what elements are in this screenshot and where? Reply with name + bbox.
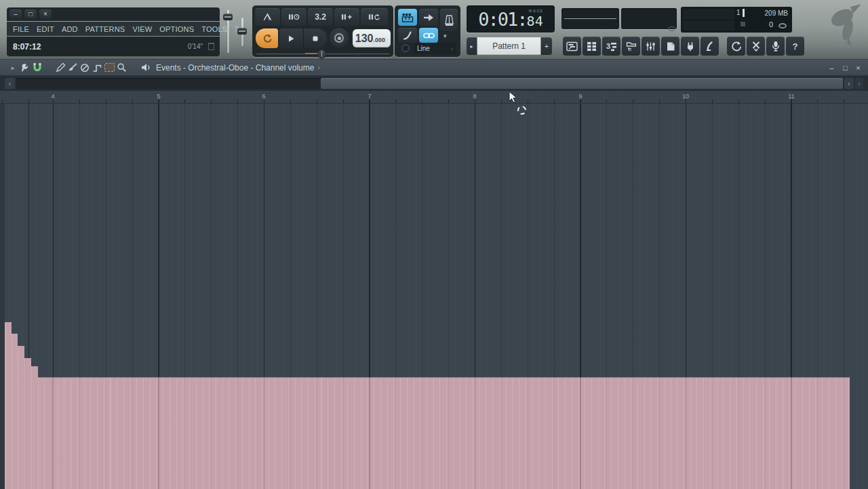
browser-button[interactable] (622, 37, 640, 56)
interpolate-tool-icon[interactable] (91, 62, 103, 74)
app-maximize-button[interactable]: □ (24, 9, 37, 19)
piano-roll-icon: 3 (606, 41, 617, 52)
svg-text:3: 3 (606, 42, 610, 50)
touch-controller-button[interactable] (701, 37, 719, 56)
scrollbar-thumb[interactable] (321, 78, 843, 89)
editor-close-button[interactable]: × (852, 62, 864, 73)
headphone-icon (401, 44, 410, 52)
timeline-ruler[interactable]: 4 5 6 7 8 9 10 11 (0, 91, 868, 104)
scroll-left-button[interactable]: ‹ (5, 78, 15, 89)
event-editor-window: ▸ Events - Orchestral-Oboe - Channel vol… (0, 60, 868, 489)
playlist-button[interactable] (563, 37, 581, 56)
zoom-tool-icon[interactable] (115, 62, 127, 74)
target-speaker-icon[interactable] (140, 62, 152, 74)
play-icon (287, 35, 295, 43)
edison-record-button[interactable] (766, 37, 785, 56)
editor-title-chevron[interactable]: › (317, 64, 319, 71)
channel-volume-event-graph[interactable] (5, 322, 850, 489)
step-edit-button[interactable] (419, 9, 438, 26)
master-pitch-slider[interactable] (237, 18, 247, 46)
menu-edit[interactable]: EDIT (37, 25, 54, 33)
wait-for-input-button[interactable] (281, 8, 307, 26)
time-centiseconds: 84 (527, 13, 543, 29)
editor-minimize-button[interactable]: – (826, 62, 837, 73)
metronome-dropdown-caret[interactable]: ▾ (443, 33, 447, 39)
memory-usage: 209 MB (765, 9, 788, 17)
menu-view[interactable]: VIEW (132, 25, 152, 33)
help-button[interactable]: ? (786, 37, 804, 56)
tempo-display[interactable]: 130.000: (353, 29, 391, 47)
master-volume-slider[interactable] (223, 9, 233, 53)
stop-button[interactable] (303, 28, 328, 48)
channel-rack-icon (587, 41, 597, 52)
tempo-spinner[interactable]: : (387, 37, 388, 43)
shuttle-slider[interactable] (256, 52, 389, 56)
menu-add[interactable]: ADD (62, 25, 78, 33)
loop-mode-icon (262, 33, 273, 44)
countdown-button[interactable]: 3.2 (308, 8, 333, 26)
play-button[interactable] (279, 28, 303, 48)
time-panel: 8:07:12 0'14" (7, 37, 220, 56)
menu-bar: FILE EDIT ADD PATTERNS VIEW OPTIONS TOOL… (7, 22, 220, 36)
app-close-button[interactable]: × (39, 9, 52, 19)
metronome-button[interactable] (440, 9, 458, 31)
select-tool-icon[interactable] (103, 62, 115, 74)
overdub-button[interactable] (334, 8, 359, 26)
arrow-right-icon (423, 14, 434, 22)
memory-graph (683, 20, 734, 31)
plug-icon (686, 41, 695, 52)
editor-maximize-button[interactable]: □ (840, 62, 851, 73)
scroll-right-button[interactable]: › (844, 78, 854, 89)
song-length: 0'14" (188, 43, 203, 50)
multilink-controllers-button[interactable] (419, 28, 438, 43)
session-time: 8:07:12 (13, 42, 41, 52)
time-display[interactable]: 0:01: 84 M:S:CS (467, 5, 555, 33)
input-selector-label: Line (417, 45, 430, 52)
cpu-box-icon (741, 22, 745, 26)
editor-title: Events - Orchestral-Oboe - Channel volum… (156, 63, 314, 73)
editor-menu-caret[interactable]: ▸ (7, 62, 19, 74)
mixer-button[interactable] (642, 37, 660, 56)
paint-brush-icon[interactable] (66, 62, 79, 74)
typing-keyboard-to-piano-button[interactable] (398, 9, 417, 26)
cut-tool-button[interactable] (747, 37, 765, 56)
song-loop-mode-button[interactable] (256, 28, 278, 48)
cpu-graph (683, 9, 734, 19)
event-editor-titlebar[interactable]: ▸ Events - Orchestral-Oboe - Channel vol… (0, 60, 868, 76)
menu-patterns[interactable]: PATTERNS (85, 25, 125, 33)
menu-file[interactable]: FILE (13, 25, 29, 33)
piano-roll-button[interactable]: 3 (602, 37, 620, 56)
countdown-label: 3.2 (315, 12, 326, 22)
menu-options[interactable]: OPTIONS (159, 25, 194, 33)
record-button[interactable] (330, 28, 349, 47)
tap-tempo-button[interactable] (255, 8, 280, 26)
event-grid[interactable] (0, 104, 868, 489)
scope-oval-icon (668, 26, 675, 31)
link-icon (423, 32, 435, 39)
bin-icon (208, 43, 214, 50)
shuttle-knob[interactable] (317, 50, 326, 58)
plugin-picker-button[interactable] (681, 37, 699, 56)
loop-record-button[interactable] (361, 8, 388, 26)
bar-number: 8 (473, 93, 476, 100)
pattern-add-button[interactable]: + (541, 37, 552, 55)
event-graph-top-edge (38, 377, 850, 378)
sync-button[interactable] (727, 37, 745, 56)
app-minimize-button[interactable]: – (9, 9, 22, 19)
cpu-usage: 0 (769, 20, 773, 28)
pattern-selector[interactable]: Pattern 1 (477, 37, 540, 55)
draw-pencil-icon[interactable] (54, 62, 66, 74)
tools-wrench-icon[interactable] (19, 62, 31, 74)
input-selector[interactable]: Line › (414, 43, 456, 54)
snap-magnet-icon[interactable] (31, 62, 43, 74)
x-arrows-icon (751, 41, 762, 52)
fl-studio-logo (825, 3, 867, 47)
pattern-prev-button[interactable]: ▸ (467, 37, 477, 55)
project-picker-button[interactable] (661, 37, 679, 56)
metronome-frame-icon (262, 12, 273, 22)
channel-rack-button[interactable] (583, 37, 601, 56)
slide-record-button[interactable] (398, 28, 417, 43)
chevron-right-icon: › (451, 45, 453, 52)
scroll-right-page-button[interactable]: › (855, 78, 863, 89)
delete-tool-icon[interactable] (79, 62, 91, 74)
